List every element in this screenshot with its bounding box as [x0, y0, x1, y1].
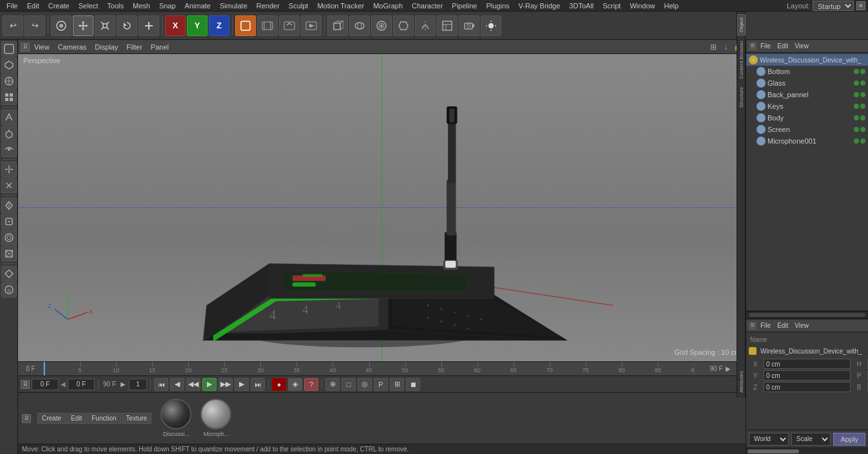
menu-sculpt[interactable]: Sculpt — [285, 1, 313, 10]
plus-button[interactable] — [139, 15, 159, 36]
obj-item-body[interactable]: Body — [746, 112, 868, 124]
menu-3dtoall[interactable]: 3DToAll — [565, 1, 597, 10]
tab-content-browser[interactable]: Content Browser — [738, 38, 745, 82]
redo-button[interactable]: ↪ — [24, 15, 45, 36]
render-to-po-button[interactable] — [301, 15, 322, 36]
menu-help[interactable]: Help — [661, 1, 683, 10]
move-button[interactable] — [73, 15, 93, 36]
tool-uv[interactable] — [1, 126, 17, 141]
attr-file-btn[interactable]: File — [758, 322, 773, 329]
light-button[interactable] — [481, 15, 501, 36]
render-prev-button[interactable] — [257, 15, 278, 36]
scrollbar-thumb[interactable] — [747, 449, 799, 453]
vp-view-btn[interactable]: View — [30, 41, 53, 53]
obj-edit-btn[interactable]: Edit — [775, 43, 791, 50]
render-region-button[interactable] — [279, 15, 300, 36]
attr-handle[interactable]: ⠿ — [749, 322, 757, 330]
object-render-button[interactable] — [235, 15, 256, 36]
mat-create-btn[interactable]: Create — [37, 413, 66, 424]
close-button[interactable]: ✕ — [856, 1, 865, 10]
deformer-button[interactable] — [415, 15, 436, 36]
material-swatch-1[interactable]: Discussi... — [158, 399, 194, 439]
menu-create[interactable]: Create — [44, 1, 73, 10]
obj-scrollbar[interactable] — [746, 311, 868, 319]
menu-pipeline[interactable]: Pipeline — [448, 1, 481, 10]
menu-mesh[interactable]: Mesh — [129, 1, 154, 10]
spline-button[interactable] — [371, 15, 392, 36]
tab-attributes[interactable]: Attributes — [738, 368, 745, 395]
obj-item-microphone[interactable]: Microphone001 — [746, 135, 868, 147]
tool-polygon[interactable] — [1, 57, 17, 73]
sync-button[interactable]: ◎ — [358, 378, 372, 391]
obj-item-bottom[interactable]: Bottom — [746, 66, 868, 77]
last-frame-button[interactable]: ⏭ — [251, 378, 265, 391]
menu-vray[interactable]: V-Ray Bridge — [515, 1, 564, 10]
z-value-input[interactable] — [764, 382, 851, 392]
y-axis-button[interactable]: Y — [187, 15, 207, 36]
viewport-handle[interactable]: ⠿ — [21, 43, 30, 52]
apply-button[interactable]: Apply — [833, 433, 865, 446]
obj-item-glass[interactable]: Glass — [746, 77, 868, 89]
vp-expand-icon[interactable]: ⊞ — [708, 42, 719, 52]
tool-snap[interactable] — [1, 162, 17, 177]
vp-down-icon[interactable]: ↓ — [720, 42, 731, 52]
transport-handle[interactable]: ⠿ — [21, 380, 30, 389]
grid-button[interactable]: ⊞ — [390, 378, 404, 391]
obj-item-keys[interactable]: Keys — [746, 100, 868, 112]
tool-rigging[interactable] — [1, 246, 17, 261]
menu-tools[interactable]: Tools — [103, 1, 128, 10]
cube-button[interactable] — [327, 15, 348, 36]
camera-button[interactable] — [459, 15, 479, 36]
menu-simulate[interactable]: Simulate — [216, 1, 251, 10]
menu-edit[interactable]: Edit — [23, 1, 43, 10]
tool-edge[interactable] — [1, 73, 17, 89]
layout-dropdown[interactable]: Startup — [813, 1, 854, 11]
mat-function-btn[interactable]: Function — [87, 413, 121, 424]
tool-model[interactable] — [1, 109, 17, 125]
play-button[interactable]: ▶ — [202, 378, 217, 391]
vp-cameras-btn[interactable]: Cameras — [54, 41, 91, 53]
viewport-3d[interactable]: X Y Z — [18, 54, 746, 361]
first-frame-button[interactable]: ⏮ — [154, 378, 168, 391]
y-value-input[interactable] — [764, 370, 851, 381]
tool-brush[interactable] — [1, 214, 17, 229]
right-scrollbar[interactable] — [746, 448, 868, 454]
obj-file-btn[interactable]: File — [758, 43, 773, 50]
menu-mograph[interactable]: MoGraph — [369, 1, 407, 10]
timeline-track[interactable]: 051015202530354045505560657075808590 — [44, 362, 694, 375]
tool-twist[interactable] — [1, 178, 17, 193]
play-back-button[interactable]: ◀◀ — [186, 378, 200, 391]
menu-motiontracker[interactable]: Motion Tracker — [313, 1, 368, 10]
live-select-button[interactable] — [51, 15, 72, 36]
tool-texture[interactable] — [1, 230, 17, 245]
tab-structure[interactable]: Structure — [738, 84, 745, 110]
next-frame-button[interactable]: ▶ — [235, 378, 249, 391]
mat-edit-btn[interactable]: Edit — [66, 413, 86, 424]
obj-handle[interactable]: ⠿ — [749, 43, 757, 50]
pin-button[interactable]: ⏹ — [406, 378, 420, 391]
tool-paint[interactable] — [1, 198, 17, 213]
menu-select[interactable]: Select — [75, 1, 102, 10]
menu-plugins[interactable]: Plugins — [482, 1, 513, 10]
current-frame-input[interactable] — [32, 379, 59, 390]
undo-button[interactable]: ↩ — [3, 15, 23, 36]
tool-point[interactable] — [1, 90, 17, 105]
menu-character[interactable]: Character — [408, 1, 447, 10]
play-forward-button[interactable]: ▶▶ — [218, 378, 233, 391]
tool-measure[interactable]: S — [1, 282, 17, 298]
frame-from-input[interactable] — [68, 379, 95, 390]
menu-snap[interactable]: Snap — [155, 1, 180, 10]
menu-script[interactable]: Script — [599, 1, 624, 10]
obj-root-item[interactable]: ≡ Wireless_Discussion_Device_with_ — [746, 54, 868, 66]
menu-animate[interactable]: Animate — [181, 1, 215, 10]
scale-dropdown[interactable]: Scale — [791, 433, 831, 446]
vp-display-btn[interactable]: Display — [91, 41, 122, 53]
tool-move[interactable] — [1, 41, 17, 57]
motion-button[interactable]: □ — [342, 378, 356, 391]
menu-file[interactable]: File — [3, 1, 22, 10]
x-axis-button[interactable]: X — [165, 15, 186, 36]
tab-object[interactable]: Object — [737, 14, 746, 35]
obj-view-btn[interactable]: View — [792, 43, 811, 50]
nurbs-button[interactable] — [393, 15, 414, 36]
obj-item-backpannel[interactable]: Back_pannel — [746, 89, 868, 100]
